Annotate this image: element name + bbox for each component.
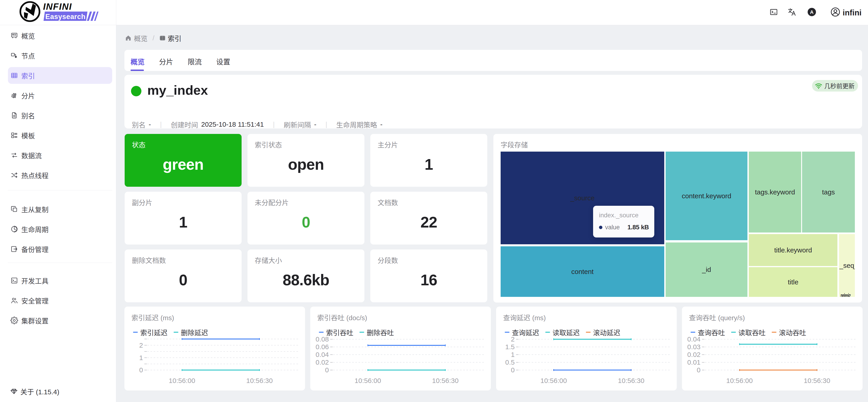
svg-text:10:56:30: 10:56:30	[804, 377, 830, 384]
svg-text:10:56:00: 10:56:00	[169, 377, 195, 384]
svg-text:0.01: 0.01	[687, 359, 701, 366]
svg-text:0.02: 0.02	[316, 359, 329, 366]
svg-text:10:56:00: 10:56:00	[355, 377, 381, 384]
svg-text:10:56:30: 10:56:30	[246, 377, 273, 384]
svg-text:0: 0	[511, 366, 515, 374]
svg-text:0.5: 0.5	[505, 359, 515, 366]
svg-text:0.02: 0.02	[687, 351, 701, 358]
svg-text:1.5: 1.5	[505, 343, 515, 350]
svg-text:1: 1	[139, 354, 143, 362]
svg-text:2: 2	[139, 341, 143, 349]
svg-text:0.08: 0.08	[316, 335, 329, 343]
svg-text:2: 2	[511, 335, 515, 343]
svg-text:10:56:30: 10:56:30	[432, 377, 459, 384]
svg-text:1: 1	[511, 351, 515, 358]
svg-text:10:56:30: 10:56:30	[618, 377, 645, 384]
svg-text:0: 0	[697, 366, 701, 374]
svg-text:0: 0	[139, 366, 143, 374]
svg-text:10:56:00: 10:56:00	[726, 377, 753, 384]
svg-text:10:56:00: 10:56:00	[540, 377, 567, 384]
svg-text:0: 0	[325, 366, 329, 374]
svg-text:0.04: 0.04	[316, 351, 329, 358]
svg-text:A: A	[810, 9, 814, 15]
svg-text:0.06: 0.06	[316, 343, 329, 350]
svg-text:0.04: 0.04	[687, 335, 701, 343]
svg-text:0.03: 0.03	[687, 343, 701, 350]
